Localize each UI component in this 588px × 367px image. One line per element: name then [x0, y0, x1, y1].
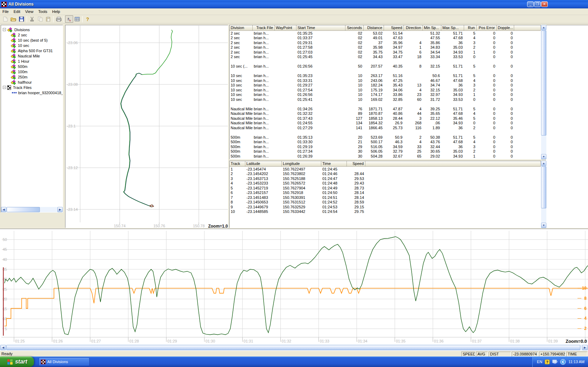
runs-column-header[interactable]: Dopple...	[497, 25, 514, 31]
collapse-icon[interactable]: −	[3, 86, 6, 89]
runs-column-header[interactable]: Run	[464, 25, 477, 31]
runs-column-header[interactable]: Start Time	[296, 25, 345, 31]
runs-column-header[interactable]: Min Sp...	[423, 25, 441, 31]
messenger-icon[interactable]: ?	[545, 359, 550, 365]
runs-column-header[interactable]: WayPoint	[275, 25, 296, 31]
points-column-header[interactable]: Time	[321, 161, 347, 167]
runs-table-row[interactable]: 500mbrian h...01:26:3930504.2832.676529.…	[230, 154, 541, 159]
grid-view-icon[interactable]	[73, 15, 81, 23]
copy-icon[interactable]	[36, 15, 44, 23]
runs-table-row[interactable]	[230, 59, 541, 64]
language-indicator[interactable]: EN	[537, 360, 542, 364]
points-table-scrollbar[interactable]: ▲ ▼	[541, 161, 546, 228]
paste-icon[interactable]	[44, 15, 52, 23]
menu-help[interactable]: Help	[50, 9, 63, 14]
tree-root-track-files[interactable]: −Track Files	[3, 85, 31, 90]
runs-table-row[interactable]: 10 sec (...brian h...01:26:5650207.5740.…	[230, 64, 541, 69]
points-table-row[interactable]: 9-23.1449679150.763252901:24:5329.15	[230, 205, 541, 209]
runs-table-row[interactable]: 2 secbrian h...01:33:370249.0147.6347.55…	[230, 36, 541, 41]
runs-table-row[interactable]: 2 secbrian h...01:35:250253.0251.5451.32…	[230, 31, 541, 36]
runs-column-header[interactable]: Distance	[364, 25, 384, 31]
menu-view[interactable]: View	[23, 9, 36, 14]
scroll-left-icon[interactable]: ◀	[0, 345, 6, 350]
runs-table-row[interactable]: 10 secbrian h...01:27:5410175.1934.06432…	[230, 88, 541, 92]
tree-item-division-9[interactable]: halfhour	[10, 79, 32, 85]
tree-item-division-3[interactable]: Alpha 500 For GT31	[10, 48, 53, 53]
tree-item-division-6[interactable]: 500m	[10, 64, 28, 69]
close-button[interactable]: ✕	[541, 1, 548, 7]
runs-table-row[interactable]: 2 secbrian h...01:25:450234.4333.471833.…	[230, 55, 541, 60]
runs-column-header[interactable]: Pos Error	[477, 25, 497, 31]
runs-table-row[interactable]: 500mbrian h...01:29:1929516.0534.593332.…	[230, 144, 541, 149]
runs-table-row[interactable]	[230, 69, 541, 74]
runs-table-row[interactable]	[230, 102, 541, 107]
runs-table-row[interactable]: Nautical Milebrian h...01:27:291411866.4…	[230, 125, 541, 130]
menu-file[interactable]: File	[0, 9, 11, 14]
tree-item-division-8[interactable]: 250m	[10, 74, 28, 79]
runs-table-row[interactable]: 10 secbrian h...01:25:4110169.0232.85603…	[230, 97, 541, 102]
tree-item-division-7[interactable]: 100m	[10, 69, 28, 74]
tree-horizontal-scrollbar[interactable]: ◀ ▶	[1, 207, 63, 212]
chart-horizontal-scrollbar[interactable]: ◀ ▶	[0, 345, 588, 351]
save-icon[interactable]	[18, 15, 26, 23]
runs-table-row[interactable]: 2 secbrian h...01:27:580235.9834.97134.8…	[230, 45, 541, 50]
scrollbar-thumb[interactable]	[541, 166, 546, 208]
runs-column-header[interactable]: Direction	[404, 25, 423, 31]
runs-table-row[interactable]: 10 secbrian h...01:26:5610174.1733.86233…	[230, 92, 541, 97]
tree-item-division-4[interactable]: Nautical Mile	[10, 53, 40, 58]
tree-item-division-0[interactable]: 2 sec	[10, 32, 27, 37]
runs-table-row[interactable]: 10 secbrian h...01:29:2710182.2435.43133…	[230, 83, 541, 88]
points-column-header[interactable]: Latitude	[245, 161, 282, 167]
points-table-row[interactable]: 10-23.1448585150.763344201:24:5429.75	[230, 209, 541, 214]
scrollbar-thumb[interactable]	[6, 345, 580, 350]
runs-column-header[interactable]: Max Sp...	[441, 25, 464, 31]
scroll-down-icon[interactable]: ▼	[541, 154, 546, 159]
scroll-left-icon[interactable]: ◀	[1, 207, 6, 212]
menu-edit[interactable]: Edit	[11, 9, 23, 14]
cut-icon[interactable]	[28, 15, 36, 23]
clock[interactable]: 11:13 AM	[568, 360, 584, 364]
points-table-row[interactable]: 8-23.1450653150.763151201:24:5228.59	[230, 200, 541, 205]
runs-table-row[interactable]: 500mbrian h...01:35:1320523.6950.9250.38…	[230, 135, 541, 140]
menu-tools[interactable]: Tools	[36, 9, 50, 14]
points-table-row[interactable]: 3-23.1453713150.762518801:24:4729.53	[230, 176, 541, 181]
runs-column-header[interactable]: Seconds	[345, 25, 364, 31]
runs-table-row[interactable]: Nautical Milebrian h...01:32:32891870.87…	[230, 111, 541, 116]
points-column-header[interactable]: Track	[230, 161, 245, 167]
open-folder-icon[interactable]	[9, 15, 18, 23]
runs-column-header[interactable]: Speed	[384, 25, 404, 31]
runs-table-row[interactable]: 2 secbrian h...01:27:030235.7534.75634.5…	[230, 50, 541, 55]
tree-item-division-2[interactable]: 10 sec	[10, 43, 29, 48]
scrollbar-thumb[interactable]	[7, 207, 40, 212]
runs-table-scrollbar[interactable]: ▲ ▼	[541, 25, 546, 159]
scroll-up-icon[interactable]: ▲	[541, 25, 546, 30]
runs-table-row[interactable]: 10 secbrian h...01:33:3110243.0647.2546.…	[230, 78, 541, 83]
scroll-right-icon[interactable]: ▶	[57, 207, 63, 212]
collapse-icon[interactable]: −	[3, 28, 6, 31]
points-table-row[interactable]: 2-23.1454202150.762380201:24:4628.44	[230, 172, 541, 176]
points-table-row[interactable]: 4-23.1453233150.762657201:24:4829.43	[230, 181, 541, 186]
speed-chart-panel[interactable]: 01:2501:2601:2701:2801:2901:3001:3101:32…	[0, 229, 588, 345]
points-table-row[interactable]: 6-23.1452157150.76291801:24:5028.14	[230, 191, 541, 195]
scroll-down-icon[interactable]: ▼	[541, 223, 546, 228]
runs-table-row[interactable]: 500mbrian h...01:33:3021500.1746.3443.76…	[230, 140, 541, 145]
scroll-right-icon[interactable]: ▶	[582, 345, 588, 350]
runs-table-row[interactable]: 2 secbrian h...01:29:31023735.96435.8636…	[230, 40, 541, 45]
points-column-header[interactable]: Speed	[347, 161, 365, 167]
runs-table-row[interactable]: Nautical Milebrian h...01:24:551341854.3…	[230, 121, 541, 126]
help-icon[interactable]: ?	[84, 15, 92, 23]
maximize-button[interactable]: ❐	[534, 1, 541, 7]
runs-table-row[interactable]: 500mbrian h...01:27:3430506.0532.792530.…	[230, 149, 541, 154]
new-document-icon[interactable]	[1, 15, 9, 23]
points-table-row[interactable]: 7-23.1451483150.763039101:24:5128.14	[230, 195, 541, 200]
label-toggle-icon[interactable]: ab	[65, 15, 73, 23]
start-button[interactable]: start	[0, 356, 34, 367]
runs-table-row[interactable]	[230, 130, 541, 135]
runs-column-header[interactable]: Track File	[253, 25, 275, 31]
track-map-panel[interactable]: -23.06-23.08-23.1-23.12-23.14150.74150.7…	[65, 25, 228, 228]
tree-root-divisions[interactable]: −Divisions	[3, 27, 30, 32]
tree-item-track-file-0[interactable]: brian hooper_932000418_	[12, 90, 63, 95]
points-table-row[interactable]: 5-23.1452719150.762790401:24:4928.73	[230, 186, 541, 191]
points-column-header[interactable]: Longitude	[282, 161, 321, 167]
hide-icons-chevron[interactable]	[560, 359, 566, 365]
